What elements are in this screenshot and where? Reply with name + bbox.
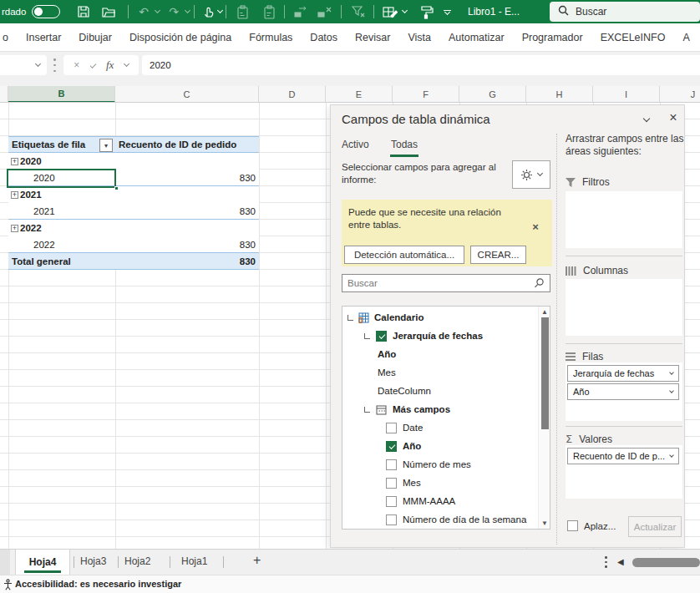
rows-dropzone[interactable]: Jerarquía de fechas Año: [566, 362, 682, 421]
pane-close-icon[interactable]: ×: [665, 109, 682, 126]
name-box[interactable]: [0, 55, 47, 75]
column-header-F[interactable]: F: [393, 86, 459, 103]
formula-input[interactable]: 2020: [142, 55, 700, 75]
field-item-numero-dia-semana[interactable]: Número de día de la semana: [386, 510, 526, 529]
touch-mode-dropdown-icon[interactable]: [216, 3, 223, 20]
pivot-total-row[interactable]: Total general 830: [8, 253, 259, 270]
fx-dropdown-icon[interactable]: [124, 61, 129, 67]
field-item-mes[interactable]: Mes: [386, 474, 421, 492]
values-dropzone[interactable]: Recuento de ID de p...: [566, 445, 682, 499]
field-checkbox[interactable]: [386, 423, 397, 433]
formula-bar-handle[interactable]: [53, 58, 57, 72]
confirm-entry-icon[interactable]: [89, 62, 96, 68]
field-item-datecolumn[interactable]: DateColumn: [378, 382, 431, 400]
fill-handle[interactable]: [114, 186, 119, 190]
ribbon-tab-dibujar[interactable]: Dibujar: [79, 32, 112, 43]
field-item-jerarquia[interactable]: Jerarquía de fechas: [364, 327, 483, 345]
sheet-tab-hoja3[interactable]: Hoja3: [80, 555, 106, 567]
ribbon-tab-inicio-partial[interactable]: o: [3, 32, 8, 43]
cancel-entry-icon[interactable]: ×: [74, 59, 79, 71]
rows-field-shield[interactable]: Jerarquía de fechas: [567, 365, 679, 382]
field-item-mes-hierarchy[interactable]: Mes: [378, 363, 396, 382]
field-item-ano-hierarchy[interactable]: Año: [378, 345, 396, 363]
undo-icon[interactable]: ↶: [136, 3, 151, 20]
columns-dropzone[interactable]: [566, 279, 682, 336]
collapse-icon[interactable]: [364, 407, 370, 413]
column-header-D[interactable]: D: [259, 86, 326, 103]
field-checkbox-checked[interactable]: [386, 441, 397, 452]
column-header-C[interactable]: C: [115, 86, 259, 103]
column-header-G[interactable]: G: [459, 86, 526, 103]
redo-icon[interactable]: ↷: [166, 3, 181, 20]
scroll-down-icon[interactable]: ▼: [539, 520, 550, 527]
ribbon-tab-automatizar[interactable]: Automatizar: [449, 32, 505, 43]
column-header-H[interactable]: H: [526, 86, 593, 103]
ribbon-tab-revisar[interactable]: Revisar: [355, 32, 390, 43]
field-item-mmm-aaaa[interactable]: MMM-AAAA: [386, 492, 455, 510]
draw-table-dropdown-icon[interactable]: [401, 3, 408, 20]
expand-2022-icon[interactable]: +: [11, 225, 18, 232]
touch-mode-icon[interactable]: [200, 3, 217, 20]
fields-search-input[interactable]: Buscar: [342, 274, 550, 292]
sheet-options-icon[interactable]: [605, 556, 607, 568]
search-box[interactable]: Buscar: [550, 2, 700, 22]
field-list-scrollbar[interactable]: ▲ ▼: [538, 307, 550, 529]
defer-layout-checkbox[interactable]: Aplaz...: [567, 520, 616, 531]
field-item-numero-mes[interactable]: Número de mes: [386, 455, 471, 474]
sheet-tab-hoja1[interactable]: Hoja1: [181, 555, 207, 567]
field-checkbox[interactable]: [386, 459, 397, 470]
create-relationship-button[interactable]: CREAR...: [470, 246, 526, 264]
format-painter-icon[interactable]: [418, 3, 436, 20]
pivot-detail-row[interactable]: 2021 830: [8, 203, 259, 220]
name-box-dropdown-icon[interactable]: [35, 61, 41, 67]
auto-detect-button[interactable]: Detección automática...: [344, 246, 464, 264]
shield-dropdown-icon[interactable]: [669, 388, 674, 393]
open-folder-icon[interactable]: [100, 3, 117, 20]
field-checkbox[interactable]: [386, 514, 397, 525]
horizontal-scrollbar-thumb[interactable]: [632, 558, 700, 567]
paste-values-icon[interactable]: [261, 3, 277, 20]
ribbon-tab-insertar[interactable]: Insertar: [26, 32, 61, 43]
collapse-icon[interactable]: [364, 333, 370, 339]
notice-close-icon[interactable]: ×: [529, 220, 542, 233]
insert-function-icon[interactable]: fx: [106, 58, 114, 72]
pivot-detail-row[interactable]: 2022 830: [8, 236, 259, 253]
ribbon-tab-datos[interactable]: Datos: [310, 32, 337, 43]
values-field-shield[interactable]: Recuento de ID de p...: [567, 448, 679, 464]
collapse-icon[interactable]: [347, 315, 353, 321]
column-header-B[interactable]: B: [8, 86, 115, 103]
shield-dropdown-icon[interactable]: [669, 453, 674, 458]
column-header-E[interactable]: E: [326, 86, 393, 103]
autosave-toggle[interactable]: [32, 5, 60, 18]
rows-field-shield[interactable]: Año: [567, 383, 679, 400]
ribbon-tab-disposicion[interactable]: Disposición de página: [129, 32, 231, 43]
merge-shape-icon[interactable]: [292, 3, 311, 20]
ribbon-tab-vista[interactable]: Vista: [408, 32, 431, 43]
field-item-calendario[interactable]: Calendario: [347, 308, 424, 327]
pivot-detail-row[interactable]: 2020 830: [8, 170, 259, 186]
expand-2021-icon[interactable]: +: [11, 191, 18, 199]
pane-tab-todas[interactable]: Todas: [391, 139, 418, 150]
field-item-mas-campos[interactable]: Más campos: [364, 400, 450, 418]
ribbon-tab-formulas[interactable]: Fórmulas: [249, 32, 292, 43]
update-button[interactable]: Actualizar: [628, 516, 682, 537]
filters-dropzone[interactable]: [566, 191, 682, 248]
defer-checkbox[interactable]: [567, 520, 578, 531]
pane-tools-button[interactable]: [512, 160, 550, 189]
redo-dropdown-icon[interactable]: [184, 3, 190, 20]
shield-dropdown-icon[interactable]: [669, 370, 674, 375]
ribbon-tab-ayuda-partial[interactable]: A: [682, 32, 689, 43]
draw-table-icon[interactable]: [381, 3, 399, 20]
accessibility-status[interactable]: Accesibilidad: es necesario investigar: [15, 579, 181, 589]
field-checkbox-checked[interactable]: [376, 331, 387, 342]
save-icon[interactable]: [75, 3, 92, 20]
expand-2020-icon[interactable]: +: [11, 158, 18, 165]
add-sheet-button[interactable]: +: [253, 553, 261, 568]
qat-overflow-icon[interactable]: [441, 3, 453, 20]
sheet-tab-hoja2[interactable]: Hoja2: [124, 555, 150, 567]
field-checkbox[interactable]: [386, 478, 397, 489]
pivot-group-row[interactable]: + 2020: [8, 153, 259, 170]
column-header-I[interactable]: I: [593, 86, 660, 103]
delete-shape-icon[interactable]: [316, 3, 334, 20]
scroll-up-icon[interactable]: ▲: [539, 308, 550, 316]
